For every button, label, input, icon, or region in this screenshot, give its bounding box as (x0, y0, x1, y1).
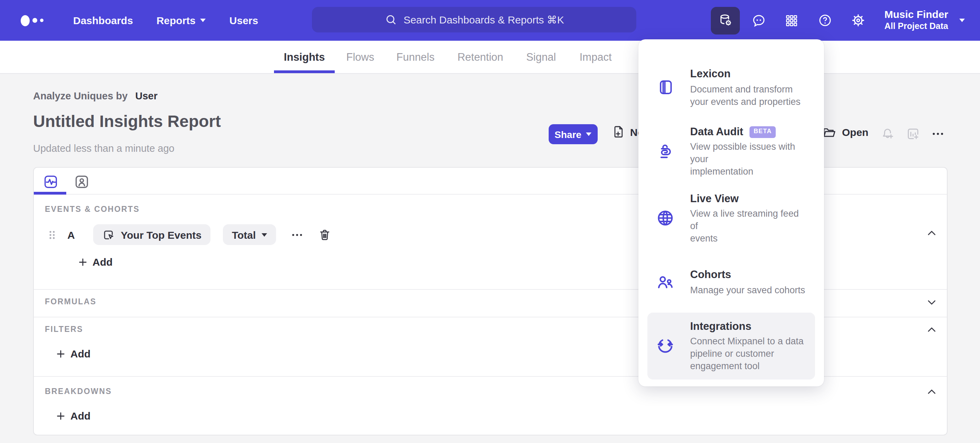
add-event-button[interactable]: Add (78, 256, 113, 268)
events-collapse-button[interactable] (926, 228, 937, 239)
help-icon[interactable] (811, 6, 840, 34)
event-selector[interactable]: Your Top Events (93, 224, 210, 245)
chevron-up-icon (926, 386, 937, 397)
report-type-tabs: Insights Flows Funnels Retention Signal … (0, 41, 980, 74)
open-folder-icon (822, 125, 837, 140)
event-name: Your Top Events (121, 229, 202, 240)
project-chevron-down-icon[interactable] (959, 19, 965, 22)
menu-item-title: Data Audit (690, 125, 743, 139)
menu-item-title: Lexicon (690, 67, 730, 81)
add-breakdown-button[interactable]: Add (56, 410, 91, 422)
chevron-up-icon (926, 228, 937, 239)
row-more-menu[interactable] (291, 229, 302, 240)
analyze-prefix: Analyze Uniques by (33, 91, 128, 102)
search-icon (384, 13, 397, 26)
metric-selector[interactable]: Total (223, 224, 276, 245)
plus-icon (78, 257, 88, 267)
events-section-label: EVENTS & COHORTS (45, 205, 140, 213)
active-tab-indicator (274, 70, 335, 73)
nav-users-label: Users (229, 14, 258, 26)
data-management-icon[interactable] (711, 6, 740, 34)
nav-dashboards-label: Dashboards (73, 14, 133, 26)
add-label: Add (70, 410, 91, 422)
breakdowns-section-label: BREAKDOWNS (45, 387, 112, 395)
menu-item-title: Live View (690, 192, 739, 206)
analyze-entity-dropdown[interactable]: User (135, 91, 158, 102)
project-scope: All Project Data (885, 21, 948, 32)
apps-grid-icon[interactable] (778, 6, 807, 34)
chevron-down-icon (200, 19, 206, 22)
book-icon (655, 77, 676, 98)
menu-item-data-audit[interactable]: Data Audit BETA View possible issues wit… (638, 118, 824, 185)
globe-icon (655, 208, 676, 229)
add-filter-button[interactable]: Add (56, 348, 91, 359)
add-label: Add (92, 256, 113, 268)
menu-item-lexicon[interactable]: Lexicon Document and transform your even… (638, 57, 824, 118)
plus-icon (56, 411, 65, 421)
integrations-icon (655, 335, 676, 356)
feedback-icon[interactable] (744, 6, 773, 34)
report-updated-timestamp: Updated less than a minute ago (33, 143, 175, 154)
search-placeholder: Search Dashboards & Reports ⌘K (403, 13, 564, 26)
events-view-tab[interactable] (41, 173, 59, 191)
metric-name: Total (232, 229, 256, 240)
open-report-button[interactable]: Open (822, 125, 869, 140)
plus-icon (56, 349, 65, 359)
project-selector[interactable]: Music Finder All Project Data (885, 9, 948, 32)
board-plus-icon (905, 126, 921, 141)
tab-impact[interactable]: Impact (579, 41, 611, 73)
tab-retention[interactable]: Retention (458, 41, 503, 73)
menu-item-cohorts[interactable]: Cohorts Manage your saved cohorts (638, 252, 824, 313)
menu-item-title: Cohorts (690, 268, 731, 282)
tab-signal[interactable]: Signal (526, 41, 556, 73)
add-label: Add (70, 348, 91, 359)
cohorts-icon (655, 272, 676, 292)
filters-collapse-button[interactable] (926, 324, 937, 335)
menu-item-desc: Manage your saved cohorts (690, 284, 805, 296)
report-title[interactable]: Untitled Insights Report (33, 112, 221, 131)
click-event-icon (102, 228, 115, 241)
create-alert-button[interactable] (880, 126, 895, 141)
chevron-down-icon (926, 297, 937, 308)
report-more-menu[interactable] (932, 129, 944, 140)
nav-reports[interactable]: Reports (156, 14, 206, 26)
analyze-line: Analyze Uniques by User (33, 91, 158, 102)
menu-item-desc: View a live streaming feed of events (690, 208, 807, 245)
mixpanel-logo-icon[interactable] (21, 15, 51, 26)
app-root: Dashboards Reports Users Search Dashboar… (0, 0, 980, 443)
menu-item-desc: View possible issues with your implement… (690, 141, 807, 178)
share-button[interactable]: Share (549, 124, 598, 144)
breakdowns-collapse-button[interactable] (926, 386, 937, 397)
menu-item-desc: Document and transform your events and p… (690, 84, 800, 108)
tab-flows[interactable]: Flows (347, 41, 374, 73)
formulas-section-label: FORMULAS (45, 297, 97, 306)
settings-gear-icon[interactable] (844, 6, 873, 34)
more-dots-icon (932, 129, 944, 140)
chevron-up-icon (926, 324, 937, 335)
row-letter: A (61, 229, 81, 240)
query-row-a: A Your Top Events Total (34, 224, 331, 245)
profiles-view-tab[interactable] (72, 173, 91, 191)
menu-item-live-view[interactable]: Live View View a live streaming feed of … (638, 185, 824, 252)
share-label: Share (555, 129, 581, 140)
trash-icon (318, 228, 331, 241)
header-icons: Music Finder All Project Data (709, 0, 980, 41)
add-to-board-button[interactable] (905, 126, 921, 141)
nav-users[interactable]: Users (229, 14, 258, 26)
project-name: Music Finder (885, 9, 948, 22)
search-input[interactable]: Search Dashboards & Reports ⌘K (312, 7, 636, 32)
row-delete-button[interactable] (318, 228, 331, 241)
bell-plus-icon (880, 126, 895, 141)
drag-handle[interactable] (48, 229, 57, 240)
tab-funnels[interactable]: Funnels (396, 41, 434, 73)
menu-item-integrations[interactable]: Integrations Connect Mixpanel to a data … (638, 313, 824, 379)
active-view-indicator (34, 192, 66, 195)
formulas-expand-button[interactable] (926, 297, 937, 308)
metric-chevron-down-icon (261, 233, 267, 237)
menu-item-title: Integrations (690, 319, 751, 333)
nav-dashboards[interactable]: Dashboards (73, 14, 133, 26)
data-management-menu: Lexicon Document and transform your even… (638, 39, 824, 386)
new-document-icon (611, 125, 625, 139)
filters-section-label: FILTERS (45, 325, 83, 333)
tab-insights[interactable]: Insights (284, 41, 325, 73)
